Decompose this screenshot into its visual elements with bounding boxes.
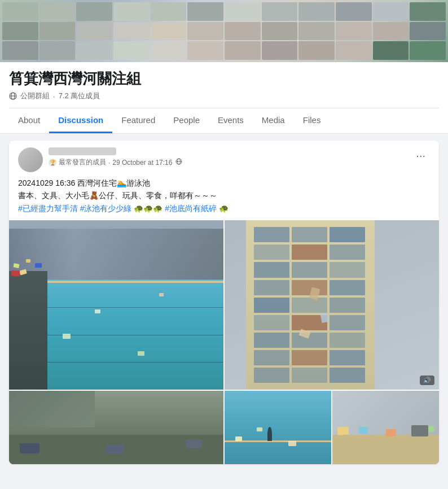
meta-separator: · — [53, 92, 55, 101]
win — [292, 262, 327, 277]
bottom-left-image[interactable] — [9, 391, 223, 464]
pool-scene-bg — [9, 220, 223, 390]
win — [330, 350, 365, 365]
post-author-area: 🏆 最常發言的成員 · 29 October at 17:16 — [18, 147, 182, 172]
hashtag2[interactable]: #泳池有少少綠 — [80, 204, 132, 213]
hashtag1[interactable]: #已經盡力幫手清 — [18, 204, 78, 213]
badge-icon: 🏆 — [49, 159, 56, 167]
item-blue — [35, 263, 42, 268]
tab-events[interactable]: Events — [209, 108, 253, 133]
win — [330, 298, 365, 313]
item-float2 — [257, 427, 262, 431]
win — [254, 315, 289, 330]
pool-water — [47, 280, 223, 390]
author-badge: 🏆 最常發言的成員 · 29 October at 17:16 — [49, 158, 182, 167]
win — [292, 368, 327, 383]
win — [254, 227, 289, 242]
win-balcony — [292, 280, 327, 295]
group-members: 7.2 萬位成員 — [59, 91, 100, 101]
deck-floor — [332, 435, 439, 464]
win — [330, 244, 365, 260]
group-meta: 公開群組 · 7.2 萬位成員 — [9, 91, 439, 101]
tab-featured[interactable]: Featured — [112, 108, 164, 133]
win — [330, 262, 365, 277]
tab-files[interactable]: Files — [294, 108, 330, 133]
bottom-sub-image2[interactable] — [332, 391, 439, 464]
book1 — [337, 426, 349, 435]
pool-image[interactable] — [9, 220, 223, 390]
pool-closeup — [225, 391, 331, 464]
car1 — [20, 443, 39, 453]
building-image[interactable]: 🔊 — [225, 220, 439, 390]
windows-grid — [251, 224, 368, 386]
structure-left — [9, 391, 95, 427]
globe-icon — [9, 92, 17, 100]
building-scene-bg: 🔊 — [225, 220, 439, 390]
item-red — [11, 270, 20, 277]
pool-deck-left — [9, 271, 47, 390]
tab-about[interactable]: About — [9, 108, 49, 133]
group-type: 公開群組 — [20, 91, 50, 101]
bottom-right-images — [225, 391, 439, 464]
win — [254, 280, 289, 295]
author-name-placeholder — [49, 147, 116, 155]
book3 — [386, 429, 396, 436]
post-header: 🏆 最常發言的成員 · 29 October at 17:16 — [9, 141, 439, 177]
post-time: 29 October at 17:16 — [112, 159, 172, 167]
float-1 — [63, 334, 71, 339]
win — [254, 298, 289, 313]
lane-1 — [47, 307, 223, 308]
post-globe-icon — [175, 158, 182, 167]
float-2 — [95, 309, 100, 313]
sound-icon: 🔊 — [423, 377, 431, 384]
lane-3 — [47, 362, 223, 363]
post-body: 20241029 16:36 西灣河住宅🏊游泳池 書本、文具、大小毛🧸公仔、玩具… — [9, 177, 439, 220]
lane-2 — [47, 335, 223, 335]
avatar — [18, 147, 43, 172]
item-float — [235, 436, 242, 441]
post-line3: #已經盡力幫手清 #泳池有少少綠 🐢🐢🐢 #池底尚有紙碎 🐢 — [18, 202, 430, 215]
pool-items-scene — [332, 391, 439, 464]
car3 — [186, 440, 202, 448]
post-line1: 20241029 16:36 西灣河住宅🏊游泳池 — [18, 177, 430, 189]
more-options-button[interactable]: ··· — [411, 147, 430, 163]
win — [254, 262, 289, 277]
main-content: 🏆 最常發言的成員 · 29 October at 17:16 — [0, 134, 448, 471]
tab-media[interactable]: Media — [253, 108, 294, 133]
pool-edge2 — [225, 440, 331, 442]
outdoor-scene — [9, 391, 223, 464]
badge-label: 最常發言的成員 — [59, 158, 106, 167]
car2 — [106, 444, 124, 453]
post-line2: 書本、文具、大小毛🧸公仔、玩具、零食，咩都有～～～ — [18, 189, 430, 202]
author-info: 🏆 最常發言的成員 · 29 October at 17:16 — [49, 147, 182, 167]
win — [330, 227, 365, 242]
win — [330, 315, 365, 330]
float-3 — [138, 351, 144, 356]
float-4 — [159, 293, 164, 296]
post-time-separator: · — [108, 159, 110, 167]
win — [254, 244, 289, 260]
pool-edge — [47, 281, 223, 283]
win-balcony — [292, 350, 327, 365]
falling-item2 — [320, 313, 329, 323]
win — [254, 350, 289, 365]
emoji1: 🐢🐢🐢 — [134, 204, 162, 213]
person-silhouette — [267, 427, 272, 441]
win — [292, 298, 327, 313]
video-sound-indicator[interactable]: 🔊 — [420, 376, 434, 385]
bottom-sub-image1[interactable] — [225, 391, 331, 464]
win — [292, 227, 327, 242]
debris-3 — [26, 259, 30, 263]
post-card: 🏆 最常發言的成員 · 29 October at 17:16 — [9, 141, 439, 464]
win — [254, 333, 289, 348]
win — [330, 368, 365, 383]
hashtag3[interactable]: #池底尚有紙碎 — [165, 204, 217, 213]
win — [330, 333, 365, 348]
group-title: 筲箕灣西灣河關注組 — [9, 69, 439, 89]
image-grid: 🔊 — [9, 220, 439, 464]
tab-people[interactable]: People — [164, 108, 209, 133]
tab-discussion[interactable]: Discussion — [49, 108, 112, 133]
nav-tabs: About Discussion Featured People Events … — [9, 108, 439, 133]
group-header: 筲箕灣西灣河關注組 公開群組 · 7.2 萬位成員 About Discussi… — [0, 62, 448, 134]
win — [330, 280, 365, 295]
